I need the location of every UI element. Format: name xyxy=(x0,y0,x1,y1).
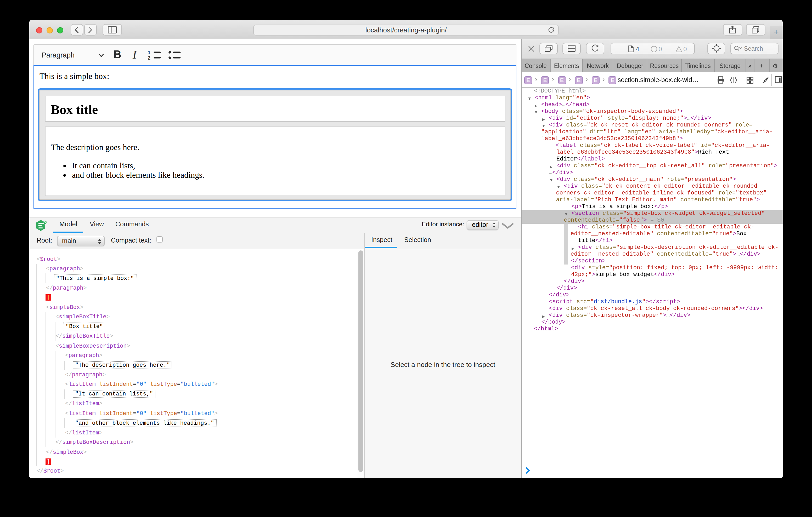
svg-text:2: 2 xyxy=(148,55,150,60)
svg-text:!: ! xyxy=(654,47,655,51)
svg-text:5: 5 xyxy=(44,221,46,224)
svg-text:!: ! xyxy=(678,47,679,52)
svg-text:1: 1 xyxy=(148,50,150,55)
